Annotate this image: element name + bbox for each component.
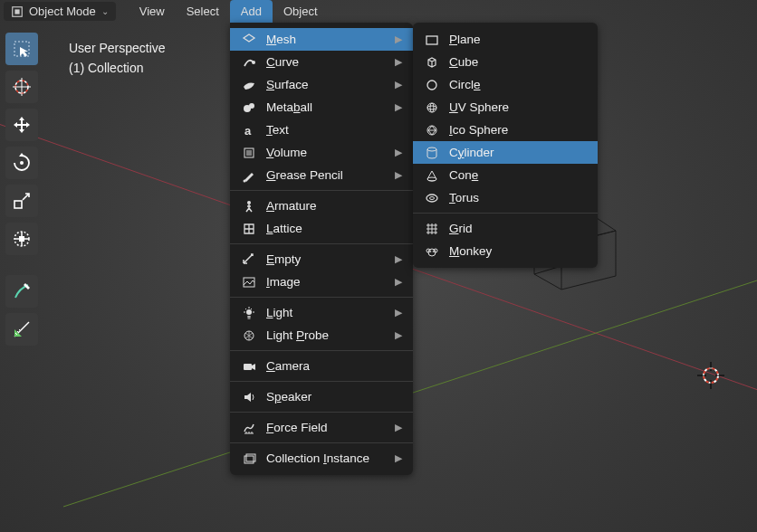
- submenu-arrow-icon: ▶: [395, 147, 402, 158]
- add-menu[interactable]: Mesh▶Curve▶Surface▶Metaball▶aTextVolume▶…: [230, 23, 413, 475]
- menu-item-monkey[interactable]: Monkey: [413, 240, 598, 262]
- lightprobe-icon: [241, 328, 257, 344]
- menu-item-empty[interactable]: Empty▶: [230, 248, 413, 271]
- menu-item-camera[interactable]: Camera: [230, 355, 413, 377]
- menu-item-lattice[interactable]: Lattice: [230, 217, 413, 240]
- submenu-arrow-icon: ▶: [395, 307, 402, 318]
- svg-point-46: [430, 251, 432, 252]
- menu-item-armature[interactable]: Armature: [230, 195, 413, 217]
- menu-item-cone[interactable]: Cone: [413, 164, 598, 186]
- svg-point-47: [433, 251, 435, 252]
- svg-point-28: [246, 309, 252, 315]
- svg-point-19: [252, 61, 255, 64]
- camera-icon: [241, 358, 257, 375]
- menu-item-label: Text: [266, 123, 402, 137]
- menu-item-label: Armature: [266, 199, 402, 213]
- menu-item-label: Monkey: [449, 244, 587, 258]
- submenu-arrow-icon: ▶: [395, 452, 402, 464]
- tool-select-box[interactable]: [5, 33, 38, 65]
- torus-icon: [424, 190, 440, 206]
- menu-item-plane[interactable]: Plane: [413, 28, 598, 51]
- curve-icon: [241, 54, 257, 71]
- mode-label: Object Mode: [29, 5, 96, 18]
- mesh-submenu[interactable]: PlaneCubeCircleUV SphereIco SphereCylind…: [413, 23, 598, 268]
- menu-item-label: Volume: [266, 146, 386, 159]
- cylinder-icon: [424, 145, 440, 161]
- menu-item-uv-sphere[interactable]: UV Sphere: [413, 96, 598, 119]
- menu-item-label: Speaker: [266, 390, 402, 404]
- menu-add[interactable]: Add: [230, 0, 273, 23]
- cone-icon: [424, 167, 440, 184]
- tool-measure[interactable]: [5, 313, 38, 346]
- gpencil-icon: [241, 167, 257, 184]
- tool-scale[interactable]: [5, 185, 38, 217]
- tool-rotate[interactable]: [5, 147, 38, 179]
- menu-item-speaker[interactable]: Speaker: [230, 385, 413, 408]
- tool-move[interactable]: [5, 109, 38, 141]
- menu-item-label: Collection Instance: [266, 451, 386, 465]
- menu-item-text[interactable]: aText: [230, 119, 413, 141]
- menu-item-circle[interactable]: Circle: [413, 73, 598, 96]
- lattice-icon: [241, 221, 257, 237]
- menu-item-label: Image: [266, 275, 386, 289]
- menu-item-label: Mesh: [266, 33, 386, 46]
- mesh-icon: [241, 32, 257, 48]
- menu-item-label: Camera: [266, 359, 402, 373]
- menu-item-label: Cylinder: [449, 146, 587, 159]
- svg-point-15: [20, 161, 24, 165]
- menu-item-mesh[interactable]: Mesh▶: [230, 28, 413, 51]
- svg-point-35: [427, 103, 436, 112]
- svg-rect-27: [244, 278, 254, 287]
- menu-item-cube[interactable]: Cube: [413, 51, 598, 73]
- menu-item-ico-sphere[interactable]: Ico Sphere: [413, 119, 598, 141]
- menu-item-image[interactable]: Image▶: [230, 271, 413, 293]
- submenu-arrow-icon: ▶: [395, 56, 402, 68]
- collection-icon: [241, 451, 257, 467]
- menu-item-volume[interactable]: Volume▶: [230, 141, 413, 164]
- tool-annotate[interactable]: [5, 275, 38, 308]
- submenu-arrow-icon: ▶: [395, 253, 402, 265]
- menu-item-label: Empty: [266, 252, 386, 266]
- svg-point-39: [427, 147, 436, 151]
- menu-object[interactable]: Object: [273, 0, 329, 23]
- mode-dropdown[interactable]: Object Mode ⌄: [4, 2, 116, 21]
- tool-cursor[interactable]: [5, 71, 38, 103]
- svg-point-42: [430, 196, 435, 199]
- menu-view[interactable]: View: [129, 0, 176, 23]
- svg-rect-33: [426, 36, 437, 44]
- menu-item-torus[interactable]: Torus: [413, 186, 598, 209]
- menu-item-light-probe[interactable]: Light Probe▶: [230, 324, 413, 347]
- monkey-icon: [424, 243, 440, 260]
- menu-item-force-field[interactable]: Force Field▶: [230, 416, 413, 439]
- menu-item-label: Plane: [449, 33, 587, 46]
- menu-item-metaball[interactable]: Metaball▶: [230, 96, 413, 119]
- menu-item-grid[interactable]: Grid: [413, 217, 598, 240]
- menu-item-label: UV Sphere: [449, 100, 587, 114]
- menu-select[interactable]: Select: [176, 0, 230, 23]
- menu-item-label: Force Field: [266, 421, 386, 434]
- menu-item-cylinder[interactable]: Cylinder: [413, 141, 598, 164]
- menu-item-label: Light Probe: [266, 328, 386, 342]
- image-icon: [241, 274, 257, 290]
- svg-text:a: a: [244, 124, 252, 138]
- surface-icon: [241, 77, 257, 93]
- svg-point-41: [426, 195, 437, 202]
- menu-item-curve[interactable]: Curve▶: [230, 51, 413, 73]
- menu-item-collection-instance[interactable]: Collection Instance▶: [230, 447, 413, 470]
- chevron-down-icon: ⌄: [101, 6, 109, 16]
- collection-label: (1) Collection: [69, 58, 166, 78]
- empty-icon: [241, 252, 257, 268]
- svg-point-36: [427, 106, 436, 109]
- menu-item-label: Grease Pencil: [266, 168, 386, 182]
- tool-transform[interactable]: [5, 223, 38, 255]
- viewport-overlay-text: User Perspective (1) Collection: [69, 38, 166, 78]
- menu-item-surface[interactable]: Surface▶: [230, 73, 413, 96]
- circle-icon: [424, 77, 440, 93]
- svg-point-37: [430, 103, 434, 112]
- text-icon: a: [241, 122, 257, 138]
- menu-item-label: Grid: [449, 222, 587, 235]
- menu-item-grease-pencil[interactable]: Grease Pencil▶: [230, 164, 413, 186]
- icosphere-icon: [424, 122, 440, 138]
- menu-item-label: Light: [266, 306, 386, 319]
- menu-item-light[interactable]: Light▶: [230, 301, 413, 324]
